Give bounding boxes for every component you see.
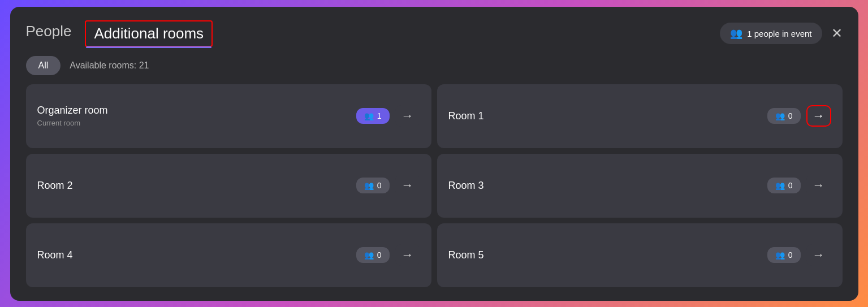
room-info-room4: Room 4 [37, 249, 73, 261]
people-count-icon: 👥 [730, 27, 742, 40]
room-name-room1: Room 1 [448, 110, 484, 122]
room-count-badge-organizer: 👥1 [356, 108, 390, 124]
room-count-badge-room1: 👥0 [767, 108, 801, 124]
room-subtitle-organizer: Current room [37, 119, 108, 127]
room-card-room1: Room 1👥0→ [437, 84, 843, 148]
room-card-room2: Room 2👥0→ [26, 154, 431, 218]
room-actions-room5: 👥0→ [767, 244, 831, 266]
room-count-badge-room3: 👥0 [767, 178, 801, 193]
people-count-button[interactable]: 👥 1 people in event [720, 23, 822, 44]
modal-header: People Additional rooms 👥 1 people in ev… [26, 20, 843, 47]
room-card-room5: Room 5👥0→ [437, 223, 843, 287]
rooms-grid: Organizer roomCurrent room👥1→Room 1👥0→Ro… [26, 84, 843, 287]
room-count-icon-room5: 👥 [775, 250, 785, 260]
tab-people[interactable]: People [26, 23, 72, 45]
room-actions-organizer: 👥1→ [356, 105, 420, 127]
room-name-room3: Room 3 [448, 180, 484, 192]
room-join-button-room2[interactable]: → [395, 175, 420, 196]
room-name-room2: Room 2 [37, 180, 73, 192]
close-button[interactable]: ✕ [831, 27, 843, 40]
room-info-room5: Room 5 [448, 249, 484, 261]
room-name-room4: Room 4 [37, 249, 73, 261]
room-card-organizer: Organizer roomCurrent room👥1→ [26, 84, 431, 148]
room-count-badge-room5: 👥0 [767, 247, 801, 263]
room-actions-room1: 👥0→ [767, 105, 831, 127]
room-name-room5: Room 5 [448, 249, 484, 261]
room-count-icon-room3: 👥 [775, 181, 785, 190]
room-count-icon-room1: 👥 [775, 111, 785, 120]
room-count-badge-room2: 👥0 [356, 178, 390, 193]
filter-row: All Available rooms: 21 [26, 56, 843, 75]
people-count-label: 1 people in event [747, 29, 811, 38]
room-count-organizer: 1 [377, 111, 382, 120]
room-info-room1: Room 1 [448, 110, 484, 122]
room-join-button-room5[interactable]: → [806, 244, 831, 266]
room-join-button-room3[interactable]: → [806, 175, 831, 196]
room-card-room4: Room 4👥0→ [26, 223, 431, 287]
room-info-room3: Room 3 [448, 180, 484, 192]
room-actions-room3: 👥0→ [767, 175, 831, 196]
room-join-button-room4[interactable]: → [395, 244, 420, 266]
tab-additional-rooms[interactable]: Additional rooms [85, 20, 213, 47]
room-count-room5: 0 [788, 250, 793, 260]
room-count-icon-room4: 👥 [364, 250, 374, 260]
room-info-organizer: Organizer roomCurrent room [37, 105, 108, 127]
room-count-badge-room4: 👥0 [356, 247, 390, 263]
room-count-room2: 0 [377, 181, 382, 190]
room-count-icon-room2: 👥 [364, 181, 374, 190]
room-name-organizer: Organizer room [37, 105, 108, 116]
room-count-room1: 0 [788, 111, 793, 120]
room-card-room3: Room 3👥0→ [437, 154, 843, 218]
room-actions-room4: 👥0→ [356, 244, 420, 266]
room-join-button-organizer[interactable]: → [395, 105, 420, 127]
room-count-icon-organizer: 👥 [364, 111, 374, 120]
room-count-room3: 0 [788, 181, 793, 190]
room-info-room2: Room 2 [37, 180, 73, 192]
modal-container: People Additional rooms 👥 1 people in ev… [10, 7, 858, 301]
tab-bar: People Additional rooms [26, 20, 213, 47]
room-count-room4: 0 [377, 250, 382, 260]
room-join-button-room1[interactable]: → [806, 105, 831, 127]
room-actions-room2: 👥0→ [356, 175, 420, 196]
header-right: 👥 1 people in event ✕ [720, 23, 842, 44]
all-filter-button[interactable]: All [26, 56, 61, 75]
available-rooms-text: Available rooms: 21 [70, 60, 149, 71]
